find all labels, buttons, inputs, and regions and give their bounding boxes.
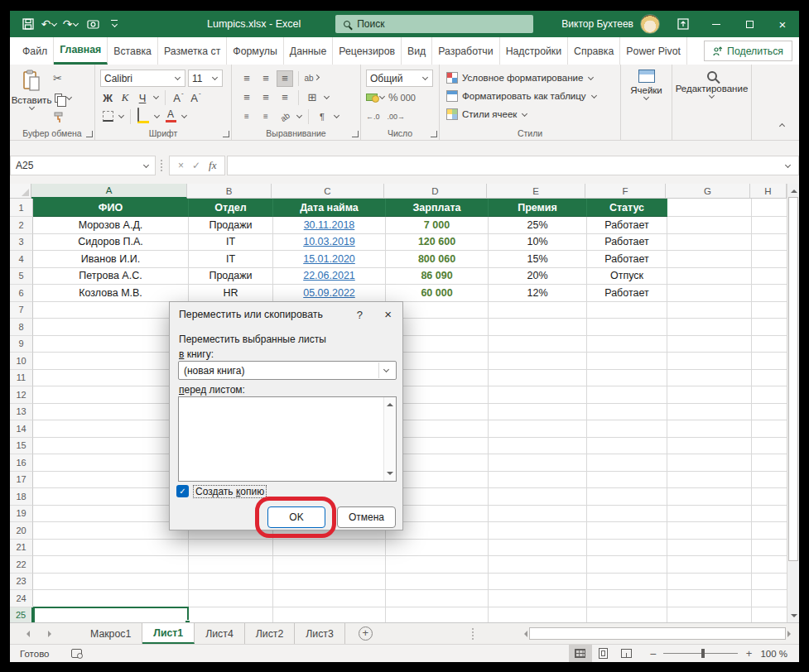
cell-G19[interactable]	[667, 506, 752, 523]
tab-Формулы[interactable]: Формулы	[227, 37, 284, 65]
row-header-4[interactable]: 4	[10, 251, 33, 268]
undo-button[interactable]: ↶	[40, 14, 60, 34]
cell-C23[interactable]	[273, 574, 386, 591]
cell-G2[interactable]	[667, 217, 752, 234]
italic-button[interactable]: К	[118, 89, 132, 106]
accounting-format-button[interactable]	[366, 89, 386, 106]
align-left-button[interactable]: ≡	[238, 89, 255, 106]
cell-E13[interactable]	[489, 404, 587, 421]
alignment-dialog-launcher[interactable]	[352, 131, 359, 137]
cell-D23[interactable]	[386, 574, 489, 591]
cell-G16[interactable]	[667, 454, 752, 472]
cell-G11[interactable]	[667, 370, 752, 387]
cell-E23[interactable]	[489, 574, 587, 591]
cell-C6[interactable]: 05.09.2022	[273, 285, 386, 302]
comma-style-button[interactable]: 000	[401, 89, 416, 106]
combobox-dropdown-button[interactable]	[378, 362, 393, 378]
cell-G7[interactable]	[667, 302, 752, 319]
cell-G23[interactable]	[667, 574, 752, 591]
zoom-level[interactable]: 100 %	[760, 649, 787, 659]
cell-B21[interactable]	[189, 540, 273, 557]
select-all-corner[interactable]	[10, 184, 31, 199]
cell-A19[interactable]	[33, 506, 189, 523]
row-header-14[interactable]: 14	[10, 420, 33, 438]
cell-E1[interactable]: Премия	[489, 199, 587, 217]
cell-D25[interactable]	[386, 607, 489, 623]
sheet-tab-Лист3[interactable]: Лист3	[295, 623, 345, 644]
search-box[interactable]: Поиск	[335, 15, 533, 33]
cell-A14[interactable]	[33, 420, 189, 438]
cell-H11[interactable]	[752, 370, 787, 387]
vertical-scrollbar[interactable]	[787, 184, 799, 622]
cell-A3[interactable]: Сидоров П.А.	[33, 234, 189, 252]
font-color-button[interactable]: А	[163, 108, 178, 125]
number-format-combobox[interactable]: Общий	[366, 70, 433, 87]
align-middle-button[interactable]: ≡	[258, 70, 274, 87]
cell-F21[interactable]	[587, 540, 667, 557]
cell-A23[interactable]	[33, 574, 189, 591]
row-header-3[interactable]: 3	[10, 234, 33, 252]
conditional-formatting-button[interactable]: Условное форматирование	[446, 69, 614, 87]
increase-decimal-button[interactable]: ←.0	[366, 108, 380, 125]
scroll-up-icon[interactable]	[387, 400, 393, 406]
cell-G25[interactable]	[667, 607, 752, 623]
cell-H10[interactable]	[752, 353, 787, 370]
vertical-scroll-thumb[interactable]	[788, 197, 798, 561]
cancel-entry-button[interactable]: ×	[178, 160, 184, 171]
cell-E15[interactable]	[489, 438, 587, 455]
row-header-12[interactable]: 12	[10, 386, 33, 404]
cell-F18[interactable]	[587, 488, 667, 506]
cell-A5[interactable]: Петрова А.С.	[33, 268, 189, 286]
horizontal-scroll-thumb[interactable]	[529, 627, 786, 640]
confirm-entry-button[interactable]: ✓	[192, 160, 200, 171]
zoom-out-button[interactable]: −	[650, 647, 657, 660]
cell-E2[interactable]: 25%	[489, 217, 587, 234]
tab-Power Pivot[interactable]: Power Pivot	[620, 37, 687, 65]
cell-F22[interactable]	[587, 556, 667, 574]
cell-A11[interactable]	[33, 370, 189, 387]
qat-customize-button[interactable]	[104, 14, 124, 34]
cell-C22[interactable]	[273, 556, 386, 574]
row-header-15[interactable]: 15	[10, 438, 33, 455]
tab-Рецензиров[interactable]: Рецензиров	[333, 37, 402, 65]
copy-button[interactable]	[53, 89, 73, 106]
column-header-F[interactable]: F	[585, 184, 666, 199]
cell-E5[interactable]: 20%	[489, 268, 587, 286]
cell-B2[interactable]: Продажи	[189, 217, 273, 234]
editing-button[interactable]: Редактирование	[672, 65, 751, 99]
percent-style-button[interactable]: %	[388, 89, 398, 106]
scroll-down-button[interactable]	[787, 610, 800, 622]
cell-H2[interactable]	[752, 217, 787, 234]
text-direction-button[interactable]: ¶	[314, 108, 330, 125]
tab-Файл[interactable]: Файл	[17, 37, 54, 65]
borders-button[interactable]	[100, 108, 115, 125]
maximize-button[interactable]	[733, 11, 766, 37]
sheet-tab-Лист1[interactable]: Лист1	[142, 623, 195, 644]
cell-A25[interactable]	[33, 607, 189, 623]
cell-D5[interactable]: 86 090	[386, 268, 489, 286]
cancel-button[interactable]: Отмена	[337, 506, 396, 528]
cell-H23[interactable]	[752, 574, 787, 591]
align-center-button[interactable]: ≡	[258, 89, 274, 106]
cell-A22[interactable]	[33, 556, 189, 574]
share-button[interactable]: Поделиться	[704, 41, 792, 61]
row-header-18[interactable]: 18	[10, 488, 33, 506]
cell-B22[interactable]	[189, 556, 273, 574]
minimize-button[interactable]	[700, 11, 733, 37]
cell-A4[interactable]: Иванов И.И.	[33, 251, 189, 268]
cell-D24[interactable]	[386, 590, 489, 607]
column-header-B[interactable]: B	[187, 184, 272, 199]
cell-H16[interactable]	[752, 454, 787, 472]
cell-E17[interactable]	[489, 472, 587, 489]
cell-F24[interactable]	[587, 590, 667, 607]
cell-E9[interactable]	[489, 336, 587, 353]
cell-A24[interactable]	[33, 590, 189, 607]
cell-H22[interactable]	[752, 556, 787, 574]
cell-H7[interactable]	[752, 302, 787, 319]
save-button[interactable]	[18, 14, 38, 34]
cell-G20[interactable]	[667, 522, 752, 540]
cell-D6[interactable]: 60 000	[386, 285, 489, 302]
cell-A17[interactable]	[33, 472, 189, 489]
cell-H8[interactable]	[752, 319, 787, 336]
cell-H24[interactable]	[752, 590, 787, 607]
